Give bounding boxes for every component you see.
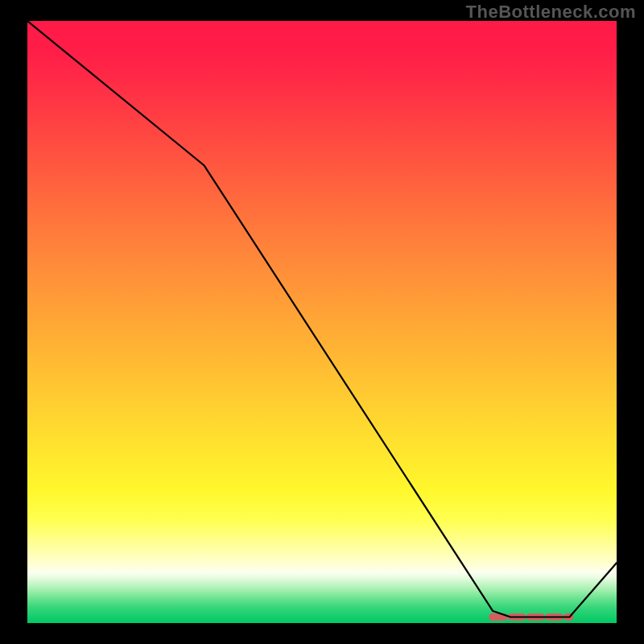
chart-frame: TheBottleneck.com	[0, 0, 644, 644]
watermark-label: TheBottleneck.com	[466, 2, 636, 23]
svg-point-2	[489, 613, 497, 621]
bottleneck-chart	[27, 21, 617, 623]
gradient-background	[27, 21, 617, 623]
plot-area	[27, 21, 617, 623]
